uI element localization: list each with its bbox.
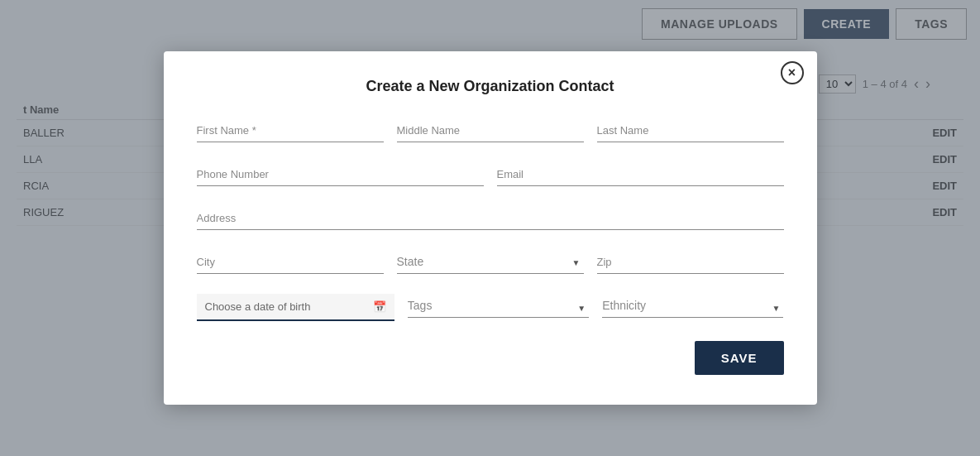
last-name-input[interactable]	[597, 118, 784, 142]
modal-overlay: × Create a New Organization Contact	[0, 0, 980, 456]
ethnicity-select[interactable]: Ethnicity	[602, 294, 783, 318]
last-name-field	[597, 118, 784, 142]
first-name-input[interactable]	[197, 118, 384, 142]
calendar-icon: 📅	[373, 300, 386, 313]
save-row: SAVE	[197, 341, 784, 375]
first-name-field	[197, 118, 384, 142]
city-field	[197, 250, 384, 274]
zip-input[interactable]	[597, 250, 784, 274]
middle-name-input[interactable]	[397, 118, 584, 142]
save-button[interactable]: SAVE	[695, 341, 784, 375]
modal-dialog: × Create a New Organization Contact	[164, 51, 817, 405]
email-field	[497, 162, 784, 186]
dob-field[interactable]: Choose a date of birth 📅	[197, 294, 394, 321]
address-row	[197, 206, 784, 230]
tags-wrapper: Tags	[408, 294, 589, 321]
name-row	[197, 118, 784, 142]
tags-select[interactable]: Tags	[408, 294, 589, 318]
ethnicity-wrapper: Ethnicity	[602, 294, 783, 321]
state-wrapper: State	[397, 250, 584, 274]
modal-title: Create a New Organization Contact	[197, 78, 784, 95]
dob-tags-ethnicity-row: Choose a date of birth 📅 Tags Ethnicity	[197, 294, 784, 321]
city-state-zip-row: State	[197, 250, 784, 274]
city-input[interactable]	[197, 250, 384, 274]
zip-field	[597, 250, 784, 274]
dob-placeholder: Choose a date of birth	[205, 300, 311, 313]
close-button[interactable]: ×	[781, 61, 804, 84]
contact-row	[197, 162, 784, 186]
email-input[interactable]	[497, 162, 784, 186]
middle-name-field	[397, 118, 584, 142]
address-field	[197, 206, 784, 230]
phone-input[interactable]	[197, 162, 484, 186]
address-input[interactable]	[197, 206, 784, 230]
state-select[interactable]: State	[397, 250, 584, 274]
phone-field	[197, 162, 484, 186]
